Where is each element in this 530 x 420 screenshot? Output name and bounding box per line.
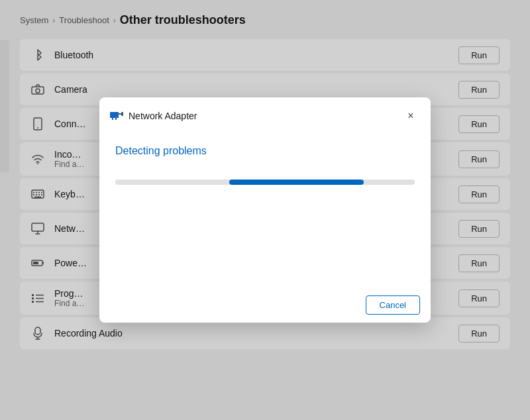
- modal-title: Network Adapter: [129, 111, 197, 121]
- detecting-problems-text: Detecting problems: [115, 145, 415, 157]
- svg-rect-30: [112, 118, 113, 120]
- modal-body: Detecting problems: [99, 132, 431, 288]
- progress-bar-container: [115, 180, 415, 185]
- svg-rect-27: [110, 112, 119, 118]
- modal-footer: Cancel: [99, 288, 431, 323]
- network-adapter-icon: [110, 109, 123, 123]
- page-container: System › Troubleshoot › Other troublesho…: [0, 0, 530, 420]
- cancel-button[interactable]: Cancel: [366, 295, 420, 315]
- modal-dialog: Network Adapter × Detecting problems Can…: [99, 97, 431, 323]
- svg-rect-31: [115, 118, 117, 120]
- svg-rect-29: [121, 112, 123, 116]
- modal-header: Network Adapter ×: [99, 97, 431, 132]
- modal-overlay: Network Adapter × Detecting problems Can…: [0, 0, 530, 420]
- modal-title-row: Network Adapter: [110, 109, 197, 123]
- progress-bar: [229, 180, 364, 185]
- modal-close-button[interactable]: ×: [401, 107, 420, 125]
